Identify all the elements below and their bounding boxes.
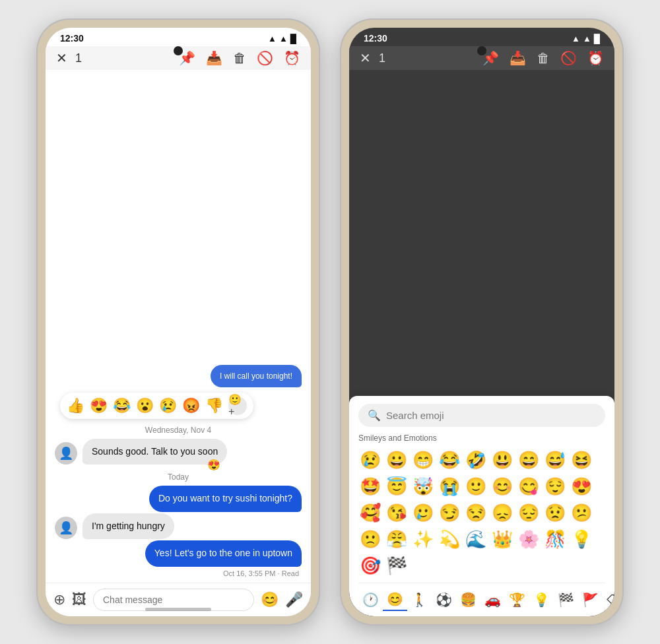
reaction-laugh-1[interactable]: 😂 xyxy=(113,397,131,414)
emoji-item[interactable]: 🙂 xyxy=(464,474,488,498)
emoji-nav-food[interactable]: 🍔 xyxy=(456,589,480,610)
emoji-item[interactable]: 🎊 xyxy=(543,527,567,551)
emoji-nav-objects[interactable]: 🏆 xyxy=(505,589,529,610)
battery-icon-2: █ xyxy=(594,34,600,44)
add-icon-1[interactable]: ⊕ xyxy=(53,591,65,608)
snooze-icon-1[interactable]: ⏰ xyxy=(284,50,300,66)
archive-icon-2[interactable]: 📥 xyxy=(510,50,526,66)
chat-messages-1: I will call you tonight! 👍 😍 😂 😮 😢 😡 👎 🙂… xyxy=(46,70,311,583)
media-icon-1[interactable]: 🖼 xyxy=(72,591,86,608)
emoji-item[interactable]: 💡 xyxy=(570,527,593,551)
emoji-item[interactable]: 😞 xyxy=(490,501,514,525)
emoji-item[interactable]: 😘 xyxy=(385,501,409,525)
emoji-item[interactable]: 😆 xyxy=(570,448,593,472)
add-reaction-button-1[interactable]: 🙂+ xyxy=(228,397,247,415)
emoji-item[interactable]: 😁 xyxy=(411,448,435,472)
emoji-item[interactable]: 🙁 xyxy=(358,527,382,551)
emoji-item[interactable]: 😔 xyxy=(517,501,541,525)
emoji-nav-flags[interactable]: 🏁 xyxy=(554,589,578,610)
emoji-item[interactable]: 🌊 xyxy=(464,527,488,551)
emoji-nav-symbols[interactable]: 💡 xyxy=(529,589,554,610)
camera-2 xyxy=(477,46,486,55)
delete-icon-2[interactable]: 🗑 xyxy=(537,51,550,66)
phone-2: 12:30 ▲ ▲ █ ✕ 1 📌 📥 🗑 🚫 ⏰ xyxy=(340,18,624,626)
emoji-item[interactable]: 😢 xyxy=(358,448,382,472)
emoji-nav-flag2[interactable]: 🚩 xyxy=(578,589,603,610)
reaction-thumbsup-1[interactable]: 👍 xyxy=(67,397,84,414)
status-bar-1: 12:30 ▲ ▲ █ xyxy=(46,28,311,46)
wifi-icon-2: ▲ xyxy=(572,34,580,44)
emoji-nav-travel[interactable]: 🚗 xyxy=(480,589,505,610)
status-time-1: 12:30 xyxy=(60,33,84,44)
emoji-search-bar[interactable]: 🔍 xyxy=(358,404,605,427)
emoji-item[interactable]: 😍 xyxy=(570,474,593,498)
emoji-nav-smileys[interactable]: 😊 xyxy=(383,589,407,611)
reaction-sad-1[interactable]: 😢 xyxy=(159,397,177,414)
emoji-item[interactable]: 🤯 xyxy=(411,474,435,498)
date-label-wed-1: Wednesday, Nov 4 xyxy=(55,426,302,435)
emoji-search-input[interactable] xyxy=(386,410,596,421)
archive-icon-1[interactable]: 📥 xyxy=(206,50,222,66)
emoji-item[interactable]: ✨ xyxy=(411,527,435,551)
status-icons-2: ▲ ▲ █ xyxy=(572,34,600,44)
close-button-1[interactable]: ✕ xyxy=(56,50,67,66)
emoji-item[interactable]: 🎯 xyxy=(358,554,382,577)
emoji-picker: 🔍 Smileys and Emotions 😢 😀 😁 😂 🤣 😃 😄 😅 😆 xyxy=(349,396,614,616)
emoji-item[interactable]: 👑 xyxy=(490,527,514,551)
emoji-item[interactable]: 😭 xyxy=(438,474,461,498)
emoji-item[interactable]: 😋 xyxy=(517,474,541,498)
action-bar-icons-1: 📌 📥 🗑 🚫 ⏰ xyxy=(179,50,300,66)
reaction-heart-1[interactable]: 😍 xyxy=(90,397,108,414)
close-button-2[interactable]: ✕ xyxy=(360,50,371,66)
emoji-item[interactable]: 😇 xyxy=(385,474,409,498)
emoji-item[interactable]: 😌 xyxy=(543,474,567,498)
emoji-item[interactable]: 🥰 xyxy=(358,501,382,525)
bubble-hungry-1: I'm getting hungry xyxy=(82,513,174,540)
block-icon-1[interactable]: 🚫 xyxy=(257,50,273,66)
snooze-icon-2[interactable]: ⏰ xyxy=(587,50,604,66)
block-icon-2[interactable]: 🚫 xyxy=(560,50,577,66)
signal-icon-2: ▲ xyxy=(583,34,591,44)
emoji-item[interactable]: 😃 xyxy=(490,448,514,472)
reaction-wow-1[interactable]: 😮 xyxy=(136,397,154,414)
emoji-nav-recent[interactable]: 🕐 xyxy=(358,589,383,610)
action-bar-left-1: ✕ 1 xyxy=(56,50,166,66)
emoji-nav-activities[interactable]: ⚽ xyxy=(432,589,456,610)
emoji-item[interactable]: 🤣 xyxy=(464,448,488,472)
reaction-dislike-1[interactable]: 👎 xyxy=(205,397,223,414)
emoji-item[interactable]: 😏 xyxy=(438,501,461,525)
emoji-item[interactable]: 😄 xyxy=(517,448,541,472)
avatar-1: 👤 xyxy=(55,442,77,465)
emoji-icon-1[interactable]: 😊 xyxy=(261,591,279,608)
emoji-item[interactable]: 😊 xyxy=(490,474,514,498)
emoji-nav-backspace[interactable]: ⌫ xyxy=(603,589,614,610)
reaction-badge-1: 😍 xyxy=(207,459,220,471)
emoji-item[interactable]: 😀 xyxy=(385,448,409,472)
emoji-item[interactable]: 😟 xyxy=(543,501,567,525)
emoji-item[interactable]: 😒 xyxy=(464,501,488,525)
emoji-item[interactable]: 🏁 xyxy=(385,554,409,577)
home-indicator-1 xyxy=(145,608,211,611)
status-bar-2: 12:30 ▲ ▲ █ xyxy=(349,28,614,46)
emoji-grid: 😢 😀 😁 😂 🤣 😃 😄 😅 😆 🤩 😇 🤯 😭 🙂 😊 😋 xyxy=(358,448,605,577)
delete-icon-1[interactable]: 🗑 xyxy=(233,51,246,66)
mic-icon-1[interactable]: 🎤 xyxy=(285,591,303,608)
emoji-item[interactable]: 😅 xyxy=(543,448,567,472)
emoji-item[interactable]: 🥲 xyxy=(411,501,435,525)
emoji-item[interactable]: 🤩 xyxy=(358,474,382,498)
emoji-item[interactable]: 🌸 xyxy=(517,527,541,551)
message-row-uptown-1: Yes! Let's go to the one in uptown xyxy=(55,540,302,567)
phone-1: 12:30 ▲ ▲ █ ✕ 1 📌 📥 🗑 🚫 ⏰ xyxy=(36,18,320,626)
status-icons-1: ▲ ▲ █ xyxy=(268,34,296,44)
emoji-item[interactable]: 💫 xyxy=(438,527,461,551)
reaction-angry-1[interactable]: 😡 xyxy=(182,397,200,414)
emoji-item[interactable]: 😂 xyxy=(438,448,461,472)
message-row-hungry-1: 👤 I'm getting hungry xyxy=(55,513,302,540)
wifi-icon-1: ▲ xyxy=(268,34,277,44)
emoji-item[interactable]: 😤 xyxy=(385,527,409,551)
phone-1-screen: 12:30 ▲ ▲ █ ✕ 1 📌 📥 🗑 🚫 ⏰ xyxy=(46,28,311,616)
emoji-item[interactable]: 😕 xyxy=(570,501,593,525)
action-bar-icons-2: 📌 📥 🗑 🚫 ⏰ xyxy=(482,50,604,66)
signal-icon-1: ▲ xyxy=(279,34,288,44)
emoji-nav-people[interactable]: 🚶 xyxy=(407,589,432,610)
